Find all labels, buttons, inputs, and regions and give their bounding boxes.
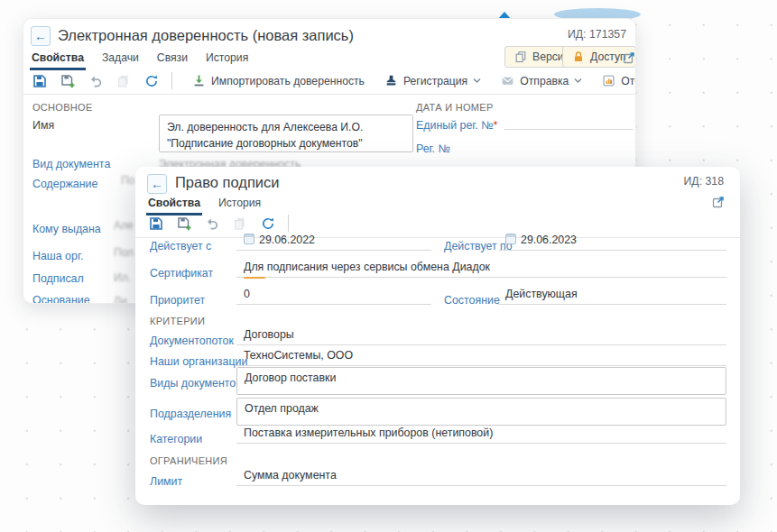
open-in-window-icon[interactable] [621, 50, 636, 65]
save-icon[interactable] [32, 73, 47, 88]
page-title: Право подписи [175, 174, 280, 191]
departments-input[interactable]: Отдел продаж [236, 398, 726, 426]
tab-tasks[interactable]: Задачи [102, 51, 139, 69]
tab-history[interactable]: История [206, 51, 248, 69]
tab-history[interactable]: История [218, 197, 261, 215]
doc-flow-input[interactable]: Договоры [236, 328, 726, 345]
name-input[interactable]: Эл. доверенность для Алексеева И.О. "Под… [159, 115, 413, 152]
registration-label: Регистрация [403, 75, 467, 87]
back-button[interactable]: ← [31, 26, 51, 46]
our-orgs-label[interactable]: Наши организации [150, 355, 247, 368]
tab-properties[interactable]: Свойства [32, 51, 84, 69]
toolbar-separator [288, 215, 289, 232]
certificate-label[interactable]: Сертификат [150, 267, 213, 280]
calendar-icon[interactable] [244, 234, 254, 244]
doc-flow-label[interactable]: Документопоток [150, 335, 234, 347]
toolbar-divider [23, 94, 635, 95]
refresh-icon[interactable] [143, 73, 159, 88]
content-ghost-value: По [121, 174, 134, 187]
record-id: ИД: 318 [683, 175, 724, 188]
doc-kinds-label[interactable]: Виды документов [150, 377, 242, 390]
required-asterisk: * [494, 119, 498, 132]
tab-bar: Свойства История [148, 197, 261, 215]
ghost-fragment: Але [114, 219, 134, 232]
undo-icon[interactable] [88, 73, 103, 88]
priority-label[interactable]: Приоритет [150, 294, 205, 307]
spellcheck-underline [244, 277, 265, 279]
section-criteria: КРИТЕРИИ [150, 316, 205, 326]
arrow-left-icon: ← [34, 29, 47, 43]
send-menu[interactable]: Отправка [501, 74, 582, 87]
section-date-number: ДАТА И НОМЕР [416, 102, 494, 113]
state-input[interactable]: Действующая [498, 288, 726, 305]
lock-icon [572, 50, 585, 63]
versions-icon [514, 50, 527, 63]
toolbar [148, 215, 289, 232]
reports-menu[interactable]: Отчеты [602, 74, 636, 87]
tab-bar: Свойства Задачи Связи История [32, 51, 248, 69]
categories-input[interactable]: Поставка измерительных приборов (нетипов… [236, 427, 726, 444]
basis-label[interactable]: Основание [32, 294, 90, 304]
toolbar: Импортировать доверенность Регистрация О… [32, 72, 636, 89]
toolbar-separator [171, 72, 172, 89]
import-poa-button[interactable]: Импортировать доверенность [192, 74, 365, 87]
canvas: ← Электронная доверенность (новая запись… [0, 0, 777, 532]
paste-icon-disabled [116, 73, 131, 88]
import-poa-label: Импортировать доверенность [211, 75, 365, 87]
name-label: Имя [32, 119, 54, 132]
valid-from-input[interactable]: 29.06.2022 [236, 234, 431, 251]
reports-label: Отчеты [621, 75, 636, 87]
valid-to-input[interactable]: 29.06.2023 [498, 234, 726, 251]
ghost-fragment: Ли [114, 295, 127, 304]
chevron-down-icon [473, 78, 481, 84]
undo-icon[interactable] [204, 216, 219, 231]
page-title: Электронная доверенность (новая запись) [58, 27, 354, 44]
tab-links[interactable]: Связи [157, 51, 188, 69]
valid-from-label[interactable]: Действует с [150, 240, 211, 252]
window-signing-right: ← Право подписи ИД: 318 Свойства История… [135, 167, 740, 505]
stamp-icon [384, 74, 398, 87]
ghost-fragment: Пол [114, 246, 134, 259]
calendar-icon[interactable] [505, 234, 516, 244]
section-main: ОСНОВНОЕ [32, 102, 93, 113]
send-label: Отправка [520, 75, 569, 87]
signed-by-label[interactable]: Подписал [32, 272, 84, 285]
content-label[interactable]: Содержание [32, 178, 97, 190]
save-and-new-icon[interactable] [176, 216, 191, 231]
chevron-down-icon [574, 78, 582, 84]
tab-properties[interactable]: Свойства [148, 197, 200, 215]
unified-reg-no-input[interactable] [504, 113, 633, 130]
back-button[interactable]: ← [147, 174, 167, 194]
issued-to-label[interactable]: Кому выдана [32, 223, 101, 235]
save-and-new-icon[interactable] [60, 73, 75, 88]
open-in-window-icon[interactable] [710, 194, 726, 209]
section-restrictions: ОГРАНИЧЕНИЯ [150, 455, 227, 466]
unified-reg-no-label[interactable]: Единый рег. №* [416, 119, 497, 132]
chart-icon [602, 74, 615, 87]
registration-menu[interactable]: Регистрация [384, 74, 481, 87]
send-icon [501, 74, 514, 87]
reg-no-label[interactable]: Рег. № [416, 142, 450, 155]
paste-icon-disabled [232, 216, 247, 231]
departments-label[interactable]: Подразделения [150, 408, 231, 420]
save-icon[interactable] [148, 216, 163, 231]
download-icon [192, 74, 206, 87]
limit-label[interactable]: Лимит [150, 475, 182, 488]
arrow-left-icon: ← [151, 177, 163, 191]
doc-kind-label[interactable]: Вид документа [32, 158, 110, 170]
categories-label[interactable]: Категории [150, 433, 202, 445]
record-id: ИД: 171357 [568, 28, 626, 41]
our-org-label[interactable]: Наша орг. [32, 250, 83, 262]
our-orgs-input[interactable]: ТехноСистемы, ООО [236, 349, 726, 366]
doc-kinds-input[interactable]: Договор поставки [236, 367, 726, 395]
limit-input[interactable]: Сумма документа [236, 469, 726, 486]
state-label[interactable]: Состояние [444, 294, 500, 307]
certificate-input[interactable]: Для подписания через сервисы обмена Диад… [236, 261, 726, 278]
priority-input[interactable]: 0 [236, 288, 431, 305]
ghost-fragment: Ил. [114, 271, 131, 284]
refresh-icon[interactable] [260, 216, 275, 231]
